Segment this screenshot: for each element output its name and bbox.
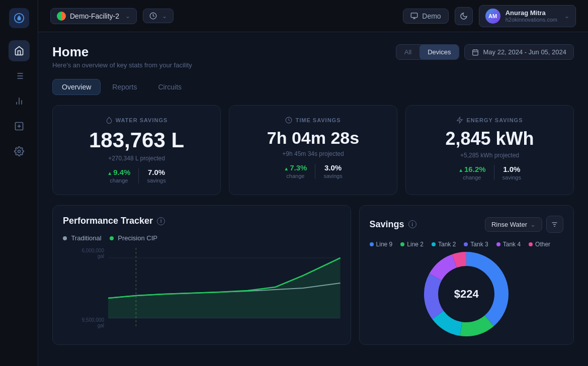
page-header: Home Here's an overview of key stats fro… — [52, 44, 574, 69]
water-savings-metric: 7.0% savings — [147, 168, 165, 184]
time-savings-metric: 3.0% savings — [323, 163, 342, 179]
svg-rect-17 — [473, 50, 478, 55]
performance-tracker-panel: Performance Tracker i Traditional Precis… — [52, 205, 351, 345]
savings-info-icon[interactable]: i — [408, 220, 416, 228]
history-chevron-icon: ⌄ — [162, 13, 167, 20]
page-subtitle: Here's an overview of key stats from you… — [52, 61, 192, 69]
devices-toggle-button[interactable]: Devices — [419, 45, 459, 59]
savings-dropdown[interactable]: Rinse Water ⌄ — [485, 217, 542, 232]
topnav: Demo-Facility-2 ⌄ ⌄ Demo A — [38, 0, 588, 32]
energy-savings-pct: 1.0% — [503, 165, 520, 173]
legend-tank3: Tank 3 — [464, 241, 488, 248]
other-dot — [529, 242, 533, 246]
line9-dot — [370, 242, 374, 246]
facility-name: Demo-Facility-2 — [70, 12, 119, 20]
energy-change-label: change — [463, 174, 481, 180]
energy-change-value: ▲16.2% — [458, 165, 485, 173]
water-savings-card: WATER SAVINGS 183,763 L +270,348 L proje… — [52, 105, 221, 195]
legend-tank2: Tank 2 — [432, 241, 456, 248]
sidebar-item-analytics[interactable] — [9, 90, 30, 112]
traditional-dot — [63, 236, 67, 240]
time-change-value: ▲7.3% — [284, 163, 307, 172]
chart-legend: Traditional Precision CIP — [63, 234, 341, 242]
user-info: Anurag Mitra h2okinnovations.com — [506, 9, 557, 23]
facility-status-dot — [57, 12, 66, 21]
tank2-dot — [432, 242, 436, 246]
savings-legend: Line 9 Line 2 Tank 2 Tank 3 — [370, 241, 563, 248]
water-savings-label-2: savings — [147, 177, 165, 184]
sliders-icon — [551, 221, 558, 228]
water-savings-projected: +270,348 L projected — [108, 155, 165, 162]
demo-label: Demo — [422, 12, 441, 20]
calendar-icon — [472, 49, 479, 56]
energy-savings-label: ENERGY SAVINGS — [456, 117, 523, 124]
history-button[interactable]: ⌄ — [143, 9, 174, 23]
user-menu[interactable]: AM Anurag Mitra h2okinnovations.com ⌄ — [479, 5, 576, 27]
sidebar-item-list[interactable] — [9, 65, 30, 86]
tank3-dot — [464, 242, 468, 246]
stat-divider — [138, 168, 139, 184]
chart-y-labels: 6,000,000 gal 9,500,000 gal — [63, 248, 108, 328]
energy-savings-card: ENERGY SAVINGS 2,845 kWh +5,285 kWh proj… — [405, 105, 574, 195]
time-savings-pct: 3.0% — [324, 163, 342, 172]
stat-divider-3 — [494, 165, 494, 180]
water-savings-pct: 7.0% — [148, 168, 165, 176]
demo-button[interactable]: Demo — [403, 9, 448, 24]
all-toggle-button[interactable]: All — [396, 45, 419, 59]
water-change-value: ▲9.4% — [107, 168, 130, 176]
legend-tank4: Tank 4 — [496, 241, 521, 248]
sidebar-item-add[interactable] — [9, 116, 30, 137]
zap-icon — [456, 117, 463, 124]
droplet-icon — [106, 117, 113, 124]
water-savings-value: 183,763 L — [89, 129, 184, 152]
facility-selector[interactable]: Demo-Facility-2 ⌄ — [50, 8, 137, 24]
water-change-metric: ▲9.4% change — [107, 168, 130, 184]
date-range-picker[interactable]: May 22, 2024 - Jun 05, 2024 — [464, 44, 574, 60]
history-icon — [149, 12, 157, 20]
user-name: Anurag Mitra — [506, 9, 557, 17]
legend-line9: Line 9 — [370, 241, 393, 248]
tank4-dot — [496, 242, 500, 246]
savings-panel: Savings i Rinse Water ⌄ — [359, 205, 574, 345]
time-savings-card: TIME SAVINGS 7h 04m 28s +9h 45m 34s proj… — [229, 105, 397, 195]
tab-overview[interactable]: Overview — [52, 79, 101, 95]
arrow-up-icon-2: ▲ — [284, 166, 289, 171]
time-savings-label: TIME SAVINGS — [285, 117, 341, 124]
savings-filter-button[interactable] — [546, 216, 563, 233]
avatar-initials: AM — [488, 13, 497, 19]
filter-toggle-group: All Devices — [396, 44, 460, 60]
arrow-up-icon-3: ▲ — [458, 167, 463, 173]
sidebar-item-home[interactable] — [9, 40, 30, 61]
savings-chevron-icon: ⌄ — [530, 221, 536, 228]
tab-reports[interactable]: Reports — [103, 79, 146, 95]
water-savings-metrics: ▲9.4% change 7.0% savings — [107, 168, 165, 184]
date-range-label: May 22, 2024 - Jun 05, 2024 — [483, 48, 566, 56]
sidebar-item-settings[interactable] — [9, 141, 30, 162]
energy-savings-projected: +5,285 kWh projected — [460, 152, 519, 159]
app-logo[interactable] — [9, 8, 29, 28]
user-chevron-icon: ⌄ — [564, 13, 569, 20]
svg-point-12 — [18, 150, 20, 153]
page-title-area: Home Here's an overview of key stats fro… — [52, 44, 192, 69]
stats-row: WATER SAVINGS 183,763 L +270,348 L proje… — [52, 105, 574, 195]
svg-marker-22 — [457, 117, 463, 123]
chart-svg — [108, 248, 341, 328]
content-area: Home Here's an overview of key stats fro… — [38, 32, 588, 366]
theme-toggle-button[interactable] — [455, 7, 473, 25]
chart-area: 6,000,000 gal 9,500,000 gal — [63, 248, 341, 328]
header-controls: All Devices May 22, 2024 - Jun 05, 2024 — [396, 44, 574, 60]
savings-panel-header: Savings i Rinse Water ⌄ — [370, 216, 563, 233]
performance-info-icon[interactable]: i — [157, 217, 165, 225]
water-savings-label: WATER SAVINGS — [106, 117, 168, 124]
donut-center-value: $224 — [454, 288, 479, 301]
energy-savings-metric: 1.0% savings — [502, 165, 521, 180]
moon-icon — [460, 12, 468, 20]
performance-tracker-title: Performance Tracker i — [63, 216, 165, 226]
arrow-up-icon: ▲ — [107, 170, 112, 176]
bottom-row: Performance Tracker i Traditional Precis… — [52, 205, 574, 345]
legend-other: Other — [529, 241, 550, 248]
page-title: Home — [52, 44, 192, 60]
savings-panel-title: Savings i — [370, 219, 416, 230]
tab-circuits[interactable]: Circuits — [148, 79, 191, 95]
stat-divider-2 — [315, 164, 315, 179]
